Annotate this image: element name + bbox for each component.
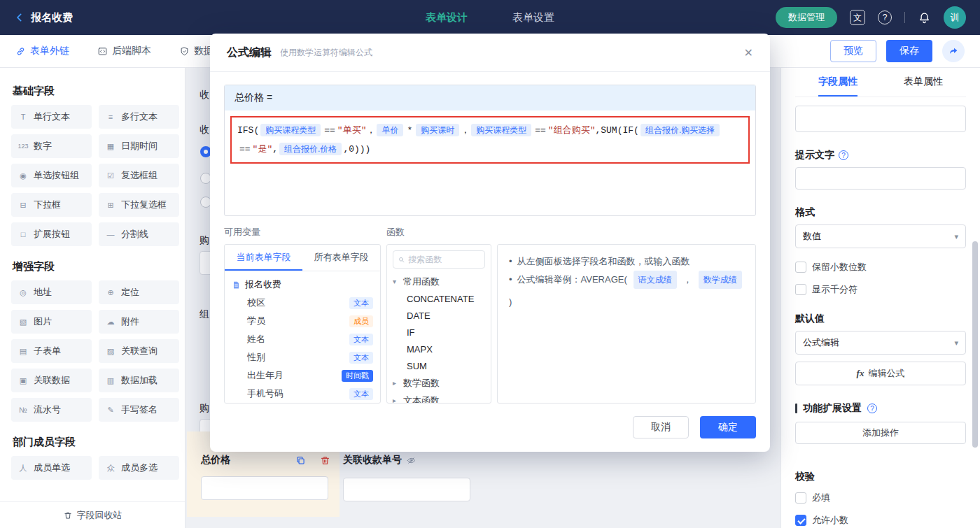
palette-item-subform[interactable]: ▤子表单: [11, 339, 92, 363]
form-external-link[interactable]: 表单外链: [15, 45, 69, 57]
chevron-down-icon: ▾: [954, 232, 958, 241]
avatar[interactable]: 训: [944, 6, 966, 29]
checkbox-icon: [795, 492, 806, 504]
section-marker: [795, 404, 797, 413]
tab-form-properties[interactable]: 表单属性: [904, 68, 943, 97]
function-item-if[interactable]: IF: [393, 324, 485, 341]
cancel-button[interactable]: 取消: [633, 416, 689, 438]
variable-name: 出生年月: [247, 369, 284, 382]
variable-row[interactable]: 出生年月时间戳: [232, 366, 373, 385]
palette-item-member-multi[interactable]: 众成员多选: [99, 456, 179, 480]
member-multi-icon: 众: [104, 463, 117, 473]
tab-current-form-fields[interactable]: 当前表单字段: [225, 245, 302, 271]
palette-item-multi-line-text[interactable]: ≡多行文本: [99, 105, 179, 129]
variable-row[interactable]: 手机号码文本: [232, 385, 373, 403]
data-manage-button[interactable]: 数据管理: [776, 7, 837, 28]
variables-root-node[interactable]: 报名收费: [232, 276, 373, 294]
function-item-sum[interactable]: SUM: [393, 357, 485, 374]
checkbox-required[interactable]: 必填: [795, 492, 966, 504]
palette-item-number[interactable]: 123数字: [11, 134, 92, 158]
formula-string-token: "组合购买": [548, 125, 596, 136]
function-item-date[interactable]: DATE: [393, 307, 485, 324]
subform-icon: ▤: [17, 347, 29, 356]
variables-panel-label: 可用变量: [224, 226, 386, 238]
hint-text-label: 提示文字: [795, 149, 834, 162]
palette-item-dropdown[interactable]: ⊟下拉框: [11, 193, 92, 217]
function-search-input[interactable]: [408, 255, 480, 264]
hint-help-icon[interactable]: ?: [839, 150, 848, 160]
variable-row[interactable]: 学员成员: [232, 312, 373, 330]
backend-script-link[interactable]: 后端脚本: [97, 45, 151, 57]
hint-text-input[interactable]: [795, 167, 966, 190]
variable-row[interactable]: 性别文本: [232, 348, 373, 366]
tab-form-settings[interactable]: 表单设置: [512, 11, 554, 24]
palette-item-location[interactable]: ⊕定位: [99, 280, 179, 304]
palette-item-serial-number[interactable]: №流水号: [11, 398, 92, 422]
tab-form-design[interactable]: 表单设计: [426, 11, 468, 24]
multi-line-text-icon: ≡: [104, 113, 117, 121]
functions-panel: ▾ 常用函数 CONCATENATE DATE IF MAPX SUM ▸ 数学…: [386, 244, 491, 404]
help-example-field: 语文成绩: [634, 271, 677, 290]
palette-item-member-single[interactable]: 人成员单选: [11, 456, 92, 480]
function-group-math[interactable]: ▸ 数学函数: [393, 374, 485, 392]
palette-item-address[interactable]: ◎地址: [11, 280, 92, 304]
palette-item-divider[interactable]: —分割线: [99, 222, 179, 246]
total-price-input[interactable]: [201, 476, 328, 500]
signature-icon: ✎: [104, 406, 117, 415]
tab-field-properties[interactable]: 字段属性: [818, 68, 858, 97]
receipt-no-input[interactable]: [343, 478, 470, 501]
function-group-common[interactable]: ▾ 常用函数: [393, 273, 485, 290]
checkbox-decimal-places[interactable]: 保留小数位数: [795, 261, 966, 273]
translate-icon[interactable]: 文: [850, 10, 865, 25]
function-item-mapx[interactable]: MAPX: [393, 341, 485, 357]
help-icon[interactable]: ?: [878, 10, 892, 24]
palette-item-extend-button[interactable]: □扩展按钮: [11, 222, 92, 246]
save-button[interactable]: 保存: [886, 40, 932, 62]
delete-field-icon[interactable]: [319, 455, 331, 466]
checkbox-label: 显示千分符: [812, 283, 858, 296]
palette-item-radio-group[interactable]: ◉单选按钮组: [11, 164, 92, 187]
formula-editor[interactable]: IFS(购买课程类型=="单买"，单价*购买课时，购买课程类型=="组合购买",…: [225, 110, 755, 215]
confirm-button[interactable]: 确定: [700, 416, 756, 438]
formula-token: *: [407, 125, 412, 136]
palette-item-label: 手写签名: [121, 404, 158, 416]
palette-item-multi-dropdown[interactable]: ⊞下拉复选框: [99, 193, 179, 217]
palette-item-datetime[interactable]: ▦日期时间: [99, 134, 179, 158]
close-icon[interactable]: ✕: [744, 46, 753, 59]
preview-button[interactable]: 预览: [830, 40, 876, 62]
add-action-button[interactable]: 添加操作: [795, 422, 966, 444]
palette-item-label: 复选框组: [121, 169, 158, 182]
format-select[interactable]: 数值 ▾: [795, 224, 966, 248]
default-value-select[interactable]: 公式编辑 ▾: [795, 331, 966, 355]
back-button[interactable]: 报名收费: [14, 11, 73, 24]
share-button[interactable]: [942, 40, 965, 62]
tab-all-form-fields[interactable]: 所有表单字段: [302, 245, 380, 271]
palette-item-image[interactable]: ▧图片: [11, 310, 92, 334]
palette-item-linked-data[interactable]: ▣关联数据: [11, 369, 92, 392]
function-group-text[interactable]: ▸ 文本函数: [393, 392, 485, 403]
variable-name: 校区: [247, 297, 265, 309]
palette-item-data-load[interactable]: ▥数据加载: [99, 369, 179, 392]
checkbox-allow-decimal[interactable]: 允许小数: [795, 514, 966, 527]
palette-item-label: 下拉复选框: [121, 199, 167, 211]
field-label: 收: [200, 89, 209, 101]
function-item-concatenate[interactable]: CONCATENATE: [393, 290, 485, 307]
extension-help-icon[interactable]: ?: [867, 404, 877, 413]
palette-item-linked-query[interactable]: ▨关联查询: [99, 339, 179, 363]
palette-item-checkbox-group[interactable]: ☑复选框组: [99, 164, 179, 187]
bell-icon[interactable]: [918, 11, 931, 24]
edit-formula-button[interactable]: fx 编辑公式: [795, 362, 966, 385]
palette-item-signature[interactable]: ✎手写签名: [99, 398, 179, 422]
formula-token: ,SUM(IF(: [595, 125, 638, 136]
formula-string-token: "单买": [337, 125, 367, 136]
field-title-input[interactable]: [795, 106, 966, 132]
scrollbar-thumb[interactable]: [972, 241, 978, 448]
palette-item-single-line-text[interactable]: T单行文本: [11, 105, 92, 129]
palette-item-attachment[interactable]: ☁附件: [99, 310, 179, 334]
copy-field-icon[interactable]: [295, 455, 307, 466]
variable-row[interactable]: 姓名文本: [232, 330, 373, 348]
field-recycle-bin[interactable]: 字段回收站: [0, 501, 185, 528]
checkbox-thousand-separator[interactable]: 显示千分符: [795, 283, 966, 296]
help-example-prefix: 公式编辑举例：AVERAGE(: [517, 271, 627, 289]
variable-row[interactable]: 校区文本: [232, 294, 373, 312]
